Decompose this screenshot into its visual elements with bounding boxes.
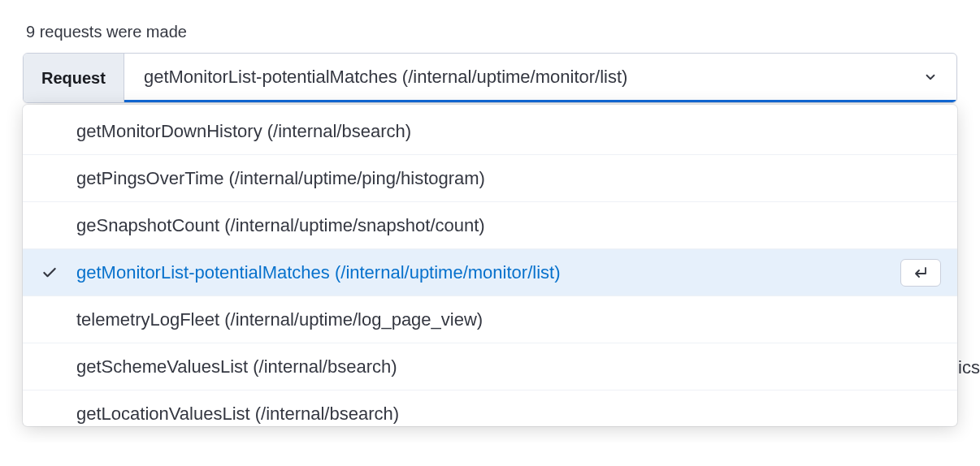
dropdown-option-label: geSnapshotCount (/internal/uptime/snapsh… (76, 215, 485, 236)
request-select[interactable]: Request getMonitorList-potentialMatches … (23, 53, 957, 103)
chevron-down-icon (922, 69, 939, 85)
dropdown-option[interactable]: getLocationValuesList (/internal/bsearch… (23, 390, 957, 426)
select-value-area[interactable]: getMonitorList-potentialMatches (/intern… (124, 54, 956, 102)
dropdown-option-label: getMonitorDownHistory (/internal/bsearch… (76, 121, 411, 142)
select-current-value: getMonitorList-potentialMatches (/intern… (144, 67, 627, 88)
status-text: 9 requests were made (26, 23, 957, 41)
dropdown-option[interactable]: getSchemeValuesList (/internal/bsearch) (23, 343, 957, 390)
dropdown-option[interactable]: telemetryLogFleet (/internal/uptime/log_… (23, 296, 957, 343)
dropdown-option-label: getSchemeValuesList (/internal/bsearch) (76, 356, 397, 378)
dropdown-option-label: getLocationValuesList (/internal/bsearch… (76, 403, 399, 425)
dropdown-option[interactable]: geSnapshotCount (/internal/uptime/snapsh… (23, 202, 957, 249)
dropdown-option-label: telemetryLogFleet (/internal/uptime/log_… (76, 309, 483, 330)
background-text-fragment: ics (958, 357, 980, 378)
dropdown-option[interactable]: getMonitorDownHistory (/internal/bsearch… (23, 108, 957, 155)
request-dropdown: getMonitorDownHistory (/internal/bsearch… (23, 105, 957, 426)
select-prefix-label: Request (24, 54, 124, 102)
dropdown-option[interactable]: getPingsOverTime (/internal/uptime/ping/… (23, 155, 957, 202)
dropdown-option-label: getMonitorList-potentialMatches (/intern… (76, 262, 560, 283)
dropdown-option-label: getPingsOverTime (/internal/uptime/ping/… (76, 168, 485, 189)
dropdown-scroll[interactable]: getMonitorDownHistory (/internal/bsearch… (23, 105, 957, 426)
dropdown-option[interactable]: getMonitorList-potentialMatches (/intern… (23, 249, 957, 296)
check-icon (41, 264, 59, 282)
enter-key-icon (900, 259, 941, 287)
